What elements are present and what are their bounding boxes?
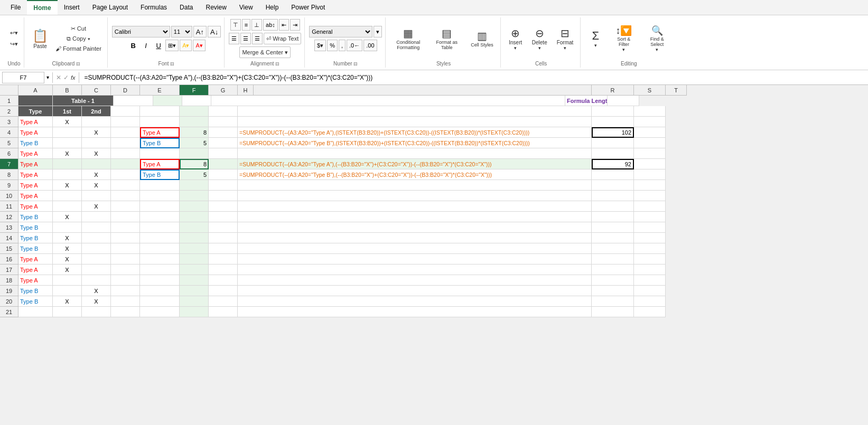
wrap-text-button[interactable]: ⏎ Wrap Text — [264, 33, 301, 44]
cell-d8[interactable] — [111, 169, 140, 180]
cell-g6[interactable] — [209, 148, 238, 159]
name-box[interactable] — [2, 72, 44, 83]
cell-e3[interactable] — [140, 117, 180, 127]
cell-b14[interactable]: X — [53, 233, 82, 243]
cell-g9[interactable] — [209, 180, 238, 191]
cell-r8[interactable] — [592, 169, 634, 180]
row-num-20[interactable]: 20 — [0, 296, 18, 307]
cell-r18[interactable] — [592, 275, 634, 286]
merge-center-button[interactable]: Merge & Center ▾ — [239, 46, 291, 58]
cell-c5[interactable] — [82, 138, 111, 148]
cell-f17[interactable] — [180, 265, 209, 275]
cell-c11[interactable]: X — [82, 201, 111, 212]
cell-g21[interactable] — [209, 307, 238, 317]
cell-s13[interactable] — [634, 222, 666, 233]
row-num-4[interactable]: 4 — [0, 127, 18, 138]
tab-view[interactable]: View — [233, 0, 259, 15]
cell-e16[interactable] — [140, 254, 180, 265]
cell-d17[interactable] — [111, 265, 140, 275]
cell-c13[interactable] — [82, 222, 111, 233]
undo-button[interactable]: ↩▾ — [7, 29, 21, 37]
cell-d16[interactable] — [111, 254, 140, 265]
tab-home[interactable]: Home — [27, 0, 57, 15]
row-num-6[interactable]: 6 — [0, 148, 18, 159]
tab-power-pivot[interactable]: Power Pivot — [285, 0, 331, 15]
cell-s3[interactable] — [634, 117, 666, 127]
cell-c9[interactable]: X — [82, 180, 111, 191]
row-num-19[interactable]: 19 — [0, 286, 18, 296]
cell-s6[interactable] — [634, 148, 666, 159]
indent-decrease-button[interactable]: ⇤ — [279, 19, 289, 31]
cell-s10[interactable] — [634, 191, 666, 201]
cell-h16-wide[interactable] — [238, 254, 592, 265]
cell-h13-wide[interactable] — [238, 222, 592, 233]
cell-s19[interactable] — [634, 286, 666, 296]
cell-d10[interactable] — [111, 191, 140, 201]
cell-s18[interactable] — [634, 275, 666, 286]
cell-h3-wide[interactable] — [238, 117, 592, 127]
cell-a20[interactable]: Type B — [18, 296, 53, 307]
cell-e19[interactable] — [140, 286, 180, 296]
cell-f8[interactable]: 5 — [180, 169, 209, 180]
cell-f7[interactable]: 8 — [180, 159, 209, 169]
cell-a12[interactable]: Type B — [18, 212, 53, 222]
tab-help[interactable]: Help — [259, 0, 285, 15]
cell-e21[interactable] — [140, 307, 180, 317]
cell-e13[interactable] — [140, 222, 180, 233]
col-header-f[interactable]: F — [180, 85, 209, 96]
col-header-s[interactable]: S — [634, 85, 666, 96]
cell-h21-wide[interactable] — [238, 307, 592, 317]
cell-b20[interactable]: X — [53, 296, 82, 307]
text-direction-button[interactable]: ab↕ — [263, 19, 278, 31]
cell-r2[interactable] — [592, 106, 634, 117]
cell-h14-wide[interactable] — [238, 233, 592, 243]
insert-function-icon[interactable]: fx — [71, 74, 76, 81]
cell-c6[interactable]: X — [82, 148, 111, 159]
currency-button[interactable]: $▾ — [314, 40, 326, 51]
cell-e4[interactable]: Type A — [140, 127, 180, 138]
cell-g13[interactable] — [209, 222, 238, 233]
cell-d6[interactable] — [111, 148, 140, 159]
cell-e20[interactable] — [140, 296, 180, 307]
cell-e9[interactable] — [140, 180, 180, 191]
cell-a13[interactable]: Type B — [18, 222, 53, 233]
cell-s8[interactable] — [634, 169, 666, 180]
format-button[interactable]: ⊟ Format ▾ — [553, 22, 577, 56]
cell-e7[interactable]: Type A — [140, 159, 180, 169]
cell-r10[interactable] — [592, 191, 634, 201]
cell-g20[interactable] — [209, 296, 238, 307]
cell-b7[interactable] — [53, 159, 82, 169]
row-num-16[interactable]: 16 — [0, 254, 18, 265]
cell-r11[interactable] — [592, 201, 634, 212]
cell-h19-wide[interactable] — [238, 286, 592, 296]
autosum-button[interactable]: Σ ▾ — [585, 22, 606, 56]
cell-s16[interactable] — [634, 254, 666, 265]
decrease-font-button[interactable]: A↓ — [208, 26, 221, 37]
font-color-button[interactable]: A▾ — [193, 40, 205, 51]
col-header-h-wide[interactable] — [254, 85, 592, 96]
row-num-18[interactable]: 18 — [0, 275, 18, 286]
cell-f21[interactable] — [180, 307, 209, 317]
cell-h11-wide[interactable] — [238, 201, 592, 212]
cell-d7[interactable] — [111, 159, 140, 169]
formula-input[interactable] — [82, 72, 866, 83]
cell-b4[interactable] — [53, 127, 82, 138]
cell-e18[interactable] — [140, 275, 180, 286]
cell-a6[interactable]: Type A — [18, 148, 53, 159]
cell-h1-wide[interactable] — [211, 96, 565, 106]
row-num-21[interactable]: 21 — [0, 307, 18, 317]
row-num-1[interactable]: 1 — [0, 96, 18, 106]
col-header-a[interactable]: A — [18, 85, 53, 96]
cell-r9[interactable] — [592, 180, 634, 191]
increase-font-button[interactable]: A↑ — [193, 26, 207, 37]
cell-g19[interactable] — [209, 286, 238, 296]
cell-e6[interactable] — [140, 148, 180, 159]
cell-s12[interactable] — [634, 212, 666, 222]
fill-color-button[interactable]: A▾ — [180, 40, 192, 51]
cell-d18[interactable] — [111, 275, 140, 286]
cell-c12[interactable] — [82, 212, 111, 222]
font-size-select[interactable]: 11 — [171, 26, 192, 37]
cell-r7[interactable]: 92 — [592, 159, 634, 169]
cell-d12[interactable] — [111, 212, 140, 222]
row-num-13[interactable]: 13 — [0, 222, 18, 233]
